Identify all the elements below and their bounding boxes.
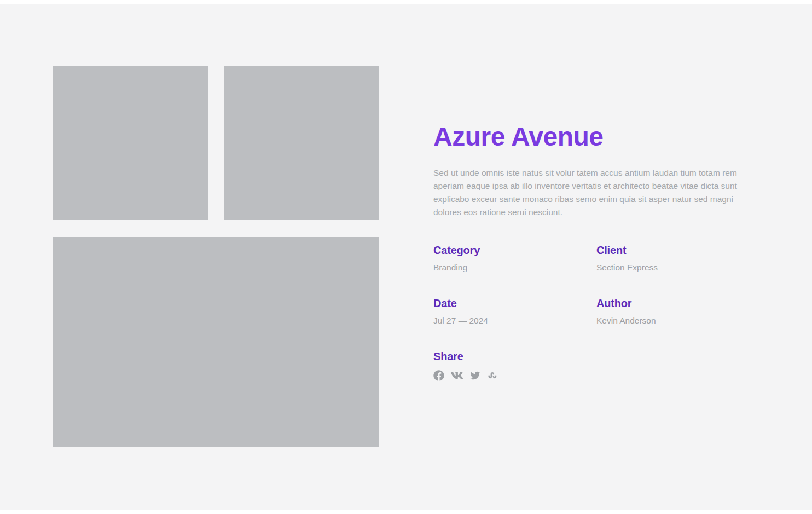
meta-category-value: Branding <box>433 262 596 274</box>
project-detail-section: Azure Avenue Sed ut unde omnis iste natu… <box>0 4 812 510</box>
meta-date-label: Date <box>433 297 596 310</box>
meta-client-value: Section Express <box>596 262 759 274</box>
gallery-top-row <box>53 66 379 220</box>
content-container: Azure Avenue Sed ut unde omnis iste natu… <box>0 4 812 447</box>
share-label: Share <box>433 350 759 363</box>
project-description: Sed ut unde omnis iste natus sit volur t… <box>433 166 751 219</box>
meta-author: Author Kevin Anderson <box>596 297 759 327</box>
vk-icon[interactable] <box>450 369 463 381</box>
project-meta: Category Branding Client Section Express… <box>433 244 759 327</box>
gallery-image-placeholder-2 <box>224 66 379 220</box>
meta-category: Category Branding <box>433 244 596 274</box>
meta-date-value: Jul 27 — 2024 <box>433 315 596 327</box>
meta-category-label: Category <box>433 244 596 257</box>
project-gallery <box>53 66 379 447</box>
project-title: Azure Avenue <box>433 122 759 152</box>
share-icons <box>433 369 759 381</box>
meta-client: Client Section Express <box>596 244 759 274</box>
share-block: Share <box>433 350 759 381</box>
gallery-image-placeholder-3 <box>53 237 379 447</box>
meta-author-value: Kevin Anderson <box>596 315 759 327</box>
meta-date: Date Jul 27 — 2024 <box>433 297 596 327</box>
twitter-icon[interactable] <box>469 371 481 380</box>
stumbleupon-icon[interactable] <box>487 371 498 379</box>
meta-client-label: Client <box>596 244 759 257</box>
meta-author-label: Author <box>596 297 759 310</box>
facebook-icon[interactable] <box>433 370 444 381</box>
project-details: Azure Avenue Sed ut unde omnis iste natu… <box>433 66 759 447</box>
gallery-image-placeholder-1 <box>53 66 208 220</box>
